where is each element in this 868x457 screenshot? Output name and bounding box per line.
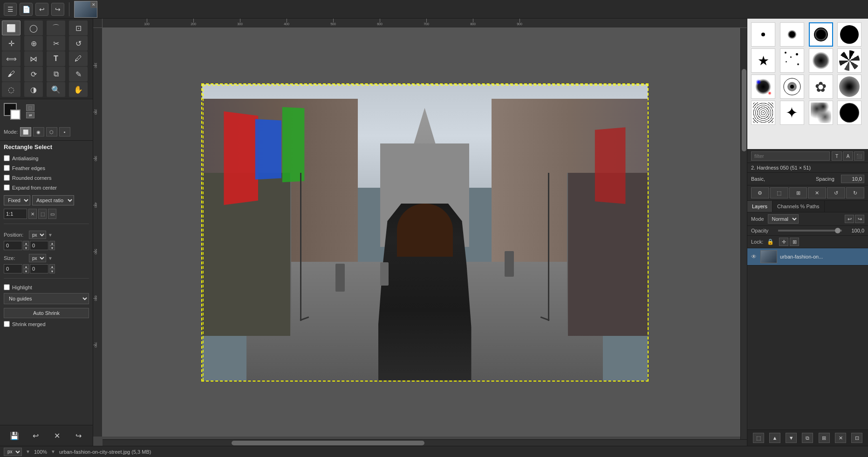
undo-button[interactable]: ↩ [845,215,854,223]
opacity-slider[interactable] [778,230,842,232]
brush-action-refresh[interactable]: ↺ [827,187,845,198]
background-color[interactable] [10,109,21,120]
blur-tool[interactable]: ◌ [2,82,21,97]
pan-tool[interactable]: ✋ [69,82,88,97]
position-y-down[interactable]: ▼ [49,246,55,250]
brush-item-complex1[interactable] [751,75,775,99]
brush-item-row4-2[interactable]: ✦ [780,101,804,125]
brush-item-scatter2[interactable] [809,48,833,73]
brush-action-import[interactable]: ↻ [846,187,864,198]
size-h-input[interactable] [30,264,48,273]
redo-icon[interactable]: ↪ [51,3,64,16]
size-h-down[interactable]: ▼ [49,269,55,273]
redo-button[interactable]: ↪ [855,215,864,223]
mode-dropdown[interactable]: Normal [768,214,799,224]
h-scroll-thumb[interactable] [232,441,425,445]
position-x-down[interactable]: ▼ [23,246,29,250]
brush-action-new[interactable]: ⊞ [789,187,807,198]
rounded-corners-label[interactable]: Rounded corners [12,175,51,181]
size-h-up[interactable]: ▲ [49,264,55,269]
position-y-stepper[interactable]: ▲ ▼ [49,241,55,250]
feather-edges-checkbox[interactable] [4,165,10,171]
layer-item[interactable]: 👁 urban-fashion-on... [747,248,868,266]
file-icon[interactable]: 📄 [20,3,33,16]
lock-pixels-btn[interactable]: ⊞ [790,238,799,246]
reset-colors-icon[interactable]: ⬚ [26,104,34,111]
brush-item-star[interactable]: ★ [751,48,775,73]
spacing-value-input[interactable] [841,175,864,183]
vertical-scrollbar[interactable] [740,28,747,439]
filter-pattern-icon[interactable]: ⬛ [854,151,864,161]
shrink-merged-label[interactable]: Shrink merged [12,321,46,327]
brush-item-row4-3[interactable] [809,101,833,125]
close-thumbnail-button[interactable]: ✕ [90,1,97,8]
rotate-tool[interactable]: ↺ [69,36,88,51]
size-w-stepper[interactable]: ▲ ▼ [23,264,29,273]
cage-tool[interactable]: ⋈ [24,51,43,66]
antialiasing-checkbox[interactable] [4,155,10,161]
fuzzy-select-tool[interactable]: ⊡ [69,20,88,35]
position-x-stepper[interactable]: ▲ ▼ [23,241,29,250]
canvas-wrapper[interactable] [103,28,747,437]
brush-item-2[interactable] [780,22,804,47]
brush-item-4[interactable] [837,22,861,47]
history-back-icon[interactable]: ↩ [29,429,42,442]
brush-action-duplicate[interactable]: ⬚ [770,187,788,198]
mode-replace-button[interactable]: ⬜ [20,127,31,136]
brush-item-complex3[interactable]: ✿ [809,75,833,99]
mode-subtract-button[interactable]: ⬡ [46,127,57,136]
heal-tool[interactable]: ⟳ [24,67,43,82]
duplicate-layer-btn[interactable]: ⧉ [802,433,813,443]
paintbrush-tool[interactable]: 🖌 [2,67,21,82]
position-unit-dropdown[interactable]: px [29,231,46,239]
canvas-image[interactable] [201,83,649,382]
size-unit-dropdown[interactable]: px [29,254,46,262]
undo-icon[interactable]: ↩ [35,3,48,16]
highlight-label[interactable]: Highlight [12,285,32,290]
swap-colors-icon[interactable]: ⇄ [26,112,34,118]
brush-item-3[interactable] [809,22,833,47]
auto-shrink-button[interactable]: Auto Shrink [4,308,89,318]
ratio-input[interactable] [4,209,27,219]
brush-item-1[interactable] [751,22,775,47]
lock-position-btn[interactable]: ✛ [779,238,788,246]
zoom-tool[interactable]: 🔍 [47,82,65,97]
size-w-input[interactable] [4,264,22,273]
layer-action-6[interactable]: ⊡ [851,433,862,443]
menu-icon[interactable]: ☰ [4,3,17,16]
clone-tool[interactable]: ⧉ [47,67,65,82]
new-layer-group-btn[interactable]: ⬚ [753,433,764,443]
opacity-slider-thumb[interactable] [835,228,841,233]
shrink-merged-checkbox[interactable] [4,321,10,327]
swap-ratio-button[interactable]: ✕ [28,209,37,219]
save-icon[interactable]: 💾 [8,429,21,442]
mode-add-button[interactable]: ◉ [33,127,44,136]
rounded-corners-checkbox[interactable] [4,175,10,181]
color-picker-tool[interactable]: 🖊 [69,51,88,66]
mode-intersect-button[interactable]: ▪ [59,127,70,136]
move-layer-up-btn[interactable]: ▲ [769,433,780,443]
rectangle-select-tool[interactable]: ⬜ [2,20,21,35]
align-tool[interactable]: ⊕ [24,36,43,51]
layer-visibility-icon[interactable]: 👁 [750,253,758,260]
brush-item-row4-4[interactable] [837,101,861,125]
expand-from-center-checkbox[interactable] [4,184,10,191]
crop-tool[interactable]: ✂ [47,36,65,51]
guides-dropdown[interactable]: No guides [4,293,89,304]
tab-layers[interactable]: Layers [747,201,772,212]
brush-item-complex2[interactable] [780,75,804,99]
dodge-tool[interactable]: ◑ [24,82,43,97]
antialiasing-label[interactable]: Antialiasing [12,156,38,161]
brush-action-delete[interactable]: ✕ [808,187,826,198]
v-scroll-thumb[interactable] [742,69,746,151]
aspect-ratio-dropdown[interactable]: Aspect ratio [32,195,74,205]
position-y-input[interactable] [30,241,48,250]
free-select-tool[interactable]: ⌒ [47,20,65,35]
position-x-up[interactable]: ▲ [23,241,29,246]
size-w-up[interactable]: ▲ [23,264,29,269]
merge-layer-btn[interactable]: ⊞ [819,433,830,443]
horizontal-scrollbar[interactable] [103,439,747,446]
flip-tool[interactable]: ⟺ [2,51,21,66]
brush-item-scatter1[interactable] [780,48,804,73]
size-h-stepper[interactable]: ▲ ▼ [49,264,55,273]
